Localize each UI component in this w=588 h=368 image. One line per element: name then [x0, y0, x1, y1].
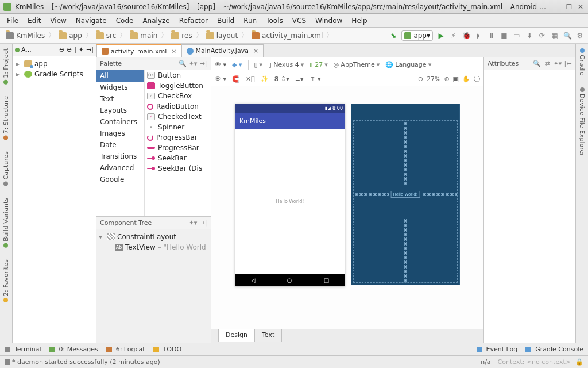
tree-item-gradle-scripts[interactable]: ▸Gradle Scripts — [14, 69, 95, 79]
menu-vcs[interactable]: VCS — [288, 16, 311, 26]
tab-gradle[interactable]: Gradle — [578, 46, 586, 78]
zoom-out-icon[interactable]: ⊖ — [418, 75, 423, 83]
view-mode-icon[interactable]: 👁 ▾ — [215, 61, 226, 68]
palette-item-spinner[interactable]: ▾Spinner — [145, 122, 211, 132]
crumb-main[interactable]: main — [127, 32, 160, 40]
hide-icon[interactable]: →| — [199, 60, 207, 68]
palette-cat-all[interactable]: All — [96, 70, 144, 82]
close-icon[interactable]: × — [253, 47, 258, 55]
status-icon[interactable] — [5, 359, 10, 365]
make-icon[interactable]: ⬊ — [389, 31, 398, 40]
crumb-src[interactable]: src — [94, 32, 119, 40]
tab-terminal[interactable]: Terminal — [5, 346, 41, 353]
tab-text[interactable]: Text — [254, 329, 282, 342]
palette-cat-containers[interactable]: Containers — [96, 116, 144, 128]
menu-window[interactable]: Window — [311, 16, 347, 26]
crumb-res[interactable]: res — [169, 32, 194, 40]
close-button[interactable]: ✕ — [577, 3, 585, 11]
theme-selector[interactable]: ◎AppTheme — [334, 61, 380, 68]
profile-button[interactable]: ⏵ — [474, 31, 483, 40]
project-tree[interactable]: ▸app ▸Gradle Scripts — [13, 56, 96, 343]
device-preview[interactable]: ▮◢8:00 KmMiles Hello World! ◁○□ — [235, 103, 345, 286]
tree-textview[interactable]: AbTextView – "Hello World — [99, 242, 208, 252]
palette-cat-advanced[interactable]: Advanced — [96, 162, 144, 174]
api-selector[interactable]: ⫿ 27 — [310, 61, 328, 68]
device-selector[interactable]: ▯ Nexus 4 — [268, 61, 304, 68]
tab-logcat[interactable]: 6: Logcat — [106, 346, 145, 353]
zoom-fit-icon[interactable]: ▣ — [453, 75, 459, 83]
lock-icon[interactable]: 🔒 — [575, 358, 583, 366]
avd-manager-icon[interactable]: ▭ — [512, 31, 521, 40]
surface-icon[interactable]: ◆ ▾ — [232, 61, 242, 68]
apply-changes-icon[interactable]: ⚡ — [449, 31, 458, 40]
menu-file[interactable]: File — [2, 16, 23, 26]
palette-cat-text[interactable]: Text — [96, 93, 144, 105]
menu-view[interactable]: View — [45, 16, 71, 26]
locale-selector[interactable]: 🌐 Language — [385, 61, 431, 68]
close-icon[interactable]: × — [171, 48, 176, 55]
tab-device-file-explorer[interactable]: Device File Explorer — [578, 85, 586, 159]
run-config-selector[interactable]: app ▾ — [401, 30, 433, 41]
tab-gradle-console[interactable]: Gradle Console — [525, 346, 583, 353]
tab-structure[interactable]: 7: Structure — [2, 94, 10, 142]
palette-cat-google[interactable]: Google — [96, 174, 144, 182]
warnings-icon[interactable]: ⓘ — [474, 75, 480, 83]
menu-edit[interactable]: Edit — [23, 16, 45, 26]
palette-item-radiobutton[interactable]: RadioButton — [145, 101, 211, 112]
tab-activity-main-xml[interactable]: activity_main.xml× — [96, 44, 182, 57]
palette-item-progressbar-circular[interactable]: ProgressBar — [145, 132, 211, 143]
palette-item-progressbar-horizontal[interactable]: ProgressBar — [145, 143, 211, 153]
target-icon[interactable]: ⊕ — [67, 46, 72, 53]
gear-icon[interactable]: ✦▾ — [189, 60, 197, 68]
tab-captures[interactable]: Captures — [2, 149, 10, 188]
blueprint-preview[interactable]: Hello World! — [351, 103, 460, 285]
tab-mainactivity-java[interactable]: MainActivity.java× — [181, 44, 264, 57]
view-options-icon[interactable]: 👁 ▾ — [215, 75, 226, 83]
default-margin[interactable]: 8 ⇕▾ — [274, 75, 289, 83]
menu-analyze[interactable]: Analyze — [138, 16, 174, 26]
status-context[interactable]: Context: <no context> — [498, 358, 571, 366]
project-view-label[interactable]: A... — [21, 46, 32, 53]
tab-design[interactable]: Design — [218, 329, 255, 342]
palette-cat-layouts[interactable]: Layouts — [96, 105, 144, 116]
infer-icon[interactable]: ✨ — [261, 75, 269, 83]
design-surface[interactable]: ▮◢8:00 KmMiles Hello World! ◁○□ Hello Wo… — [211, 86, 483, 329]
stop-button[interactable]: ■ — [500, 31, 509, 40]
palette-cat-images[interactable]: Images — [96, 128, 144, 139]
collapse-icon[interactable]: ⊖ — [59, 46, 64, 53]
palette-item-checkedtext[interactable]: ✓CheckedText — [145, 112, 211, 122]
zoom-in-icon[interactable]: ⊕ — [444, 75, 449, 83]
run-button[interactable]: ▶ — [436, 31, 446, 40]
menu-help[interactable]: Help — [347, 16, 372, 26]
search-everywhere-icon[interactable]: 🔍 — [563, 31, 572, 40]
palette-item-seekbar-discrete[interactable]: SeekBar (Dis — [145, 163, 211, 174]
align-icon[interactable]: ≡▾ — [295, 75, 304, 83]
orientation-selector[interactable]: ▯ — [254, 61, 263, 68]
tree-item-app[interactable]: ▸app — [14, 59, 95, 69]
palette-cat-transitions[interactable]: Transitions — [96, 151, 144, 162]
debug-button[interactable]: 🐞 — [462, 31, 471, 40]
palette-item-checkbox[interactable]: ✓CheckBox — [145, 91, 211, 101]
sync-icon[interactable]: ⟳ — [537, 31, 547, 40]
swap-icon[interactable]: ⇄ — [543, 60, 551, 68]
maximize-button[interactable]: ☐ — [565, 3, 573, 11]
sdk-manager-icon[interactable]: ⬇ — [525, 31, 534, 40]
palette-item-seekbar[interactable]: SeekBar — [145, 153, 211, 163]
menu-refactor[interactable]: Refactor — [175, 16, 212, 26]
settings-icon[interactable]: ⚙ — [575, 31, 585, 40]
autoconnect-icon[interactable]: 🧲 — [232, 75, 240, 83]
palette-cat-date[interactable]: Date — [96, 139, 144, 151]
crumb-project[interactable]: KmMiles — [3, 32, 47, 40]
tab-event-log[interactable]: Event Log — [477, 346, 518, 353]
component-tree[interactable]: ▾ConstraintLayout AbTextView – "Hello Wo… — [96, 229, 211, 343]
gear-icon[interactable]: ✦ — [79, 46, 84, 53]
gear-icon[interactable]: ✦▾ — [554, 60, 562, 68]
tab-messages[interactable]: 0: Messages — [49, 346, 98, 353]
palette-item-button[interactable]: OKButton — [145, 70, 211, 80]
tree-constraintlayout[interactable]: ▾ConstraintLayout — [99, 232, 208, 242]
tab-todo[interactable]: TODO — [153, 346, 182, 353]
menu-tools[interactable]: Tools — [261, 16, 288, 26]
crumb-layout[interactable]: layout — [204, 32, 240, 40]
crumb-app[interactable]: app — [56, 32, 84, 40]
crumb-file[interactable]: activity_main.xml — [249, 32, 325, 40]
